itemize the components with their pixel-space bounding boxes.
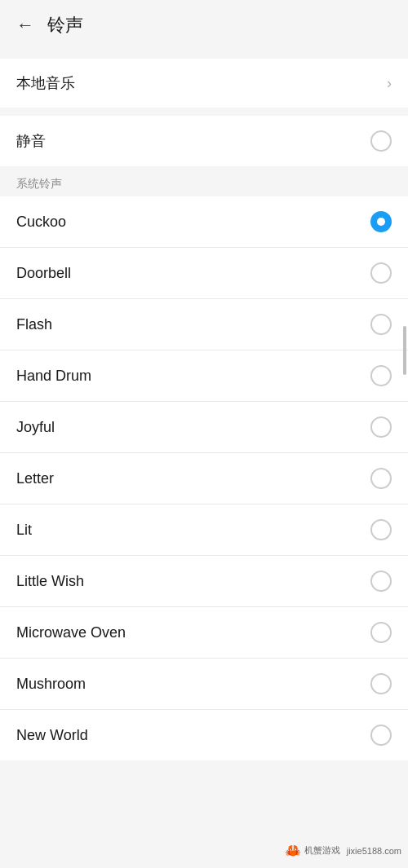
watermark: 🦀 机蟹游戏 jixie5188.com bbox=[278, 839, 408, 861]
local-music-item[interactable]: 本地音乐 › bbox=[0, 59, 408, 108]
ringtone-item-microwave-oven[interactable]: Microwave Oven bbox=[0, 607, 408, 659]
radio-lit[interactable] bbox=[370, 519, 392, 540]
scrollbar[interactable] bbox=[403, 326, 406, 375]
silent-item[interactable]: 静音 bbox=[0, 116, 408, 166]
ringtone-label-doorbell: Doorbell bbox=[16, 265, 71, 282]
ringtone-label-new-world: New World bbox=[16, 727, 88, 744]
radio-hand-drum[interactable] bbox=[370, 365, 392, 386]
local-music-label: 本地音乐 bbox=[16, 73, 75, 93]
radio-microwave-oven[interactable] bbox=[370, 622, 392, 643]
ringtone-label-flash: Flash bbox=[16, 316, 52, 333]
ringtone-label-mushroom: Mushroom bbox=[16, 676, 86, 693]
ringtone-item-lit[interactable]: Lit bbox=[0, 504, 408, 556]
ringtone-label-little-wish: Little Wish bbox=[16, 573, 84, 590]
ringtone-item-mushroom[interactable]: Mushroom bbox=[0, 659, 408, 710]
watermark-site: jixie5188.com bbox=[347, 846, 401, 856]
radio-joyful[interactable] bbox=[370, 416, 392, 438]
radio-flash[interactable] bbox=[370, 314, 392, 335]
page-title: 铃声 bbox=[47, 13, 83, 37]
ringtone-label-cuckoo: Cuckoo bbox=[16, 214, 66, 231]
radio-doorbell[interactable] bbox=[370, 262, 392, 284]
ringtone-item-flash[interactable]: Flash bbox=[0, 299, 408, 350]
system-ringtones-list: Cuckoo Doorbell Flash Hand Drum Joyful L… bbox=[0, 196, 408, 760]
ringtone-item-joyful[interactable]: Joyful bbox=[0, 402, 408, 453]
ringtone-label-letter: Letter bbox=[16, 470, 54, 487]
back-button[interactable]: ← bbox=[16, 15, 34, 36]
radio-letter[interactable] bbox=[370, 468, 392, 489]
ringtone-label-hand-drum: Hand Drum bbox=[16, 368, 91, 385]
system-ringtones-group-label: 系统铃声 bbox=[0, 166, 408, 196]
radio-mushroom[interactable] bbox=[370, 673, 392, 694]
ringtone-item-letter[interactable]: Letter bbox=[0, 453, 408, 504]
silent-radio[interactable] bbox=[370, 130, 392, 152]
ringtone-label-microwave-oven: Microwave Oven bbox=[16, 624, 126, 641]
ringtone-label-lit: Lit bbox=[16, 522, 32, 539]
ringtone-item-new-world[interactable]: New World bbox=[0, 710, 408, 760]
ringtone-item-hand-drum[interactable]: Hand Drum bbox=[0, 350, 408, 402]
ringtone-item-doorbell[interactable]: Doorbell bbox=[0, 248, 408, 299]
radio-little-wish[interactable] bbox=[370, 571, 392, 592]
ringtone-item-cuckoo[interactable]: Cuckoo bbox=[0, 196, 408, 248]
group-label-text: 系统铃声 bbox=[16, 177, 62, 190]
header: ← 铃声 bbox=[0, 0, 408, 51]
ringtone-label-joyful: Joyful bbox=[16, 419, 55, 436]
chevron-right-icon: › bbox=[387, 75, 392, 92]
radio-cuckoo[interactable] bbox=[370, 211, 392, 232]
local-music-section: 本地音乐 › bbox=[0, 59, 408, 108]
ringtone-item-little-wish[interactable]: Little Wish bbox=[0, 556, 408, 607]
watermark-icon: 🦀 bbox=[285, 843, 301, 858]
watermark-text: 机蟹游戏 bbox=[304, 844, 340, 857]
silent-section: 静音 bbox=[0, 116, 408, 166]
radio-new-world[interactable] bbox=[370, 725, 392, 746]
silent-label: 静音 bbox=[16, 131, 46, 151]
